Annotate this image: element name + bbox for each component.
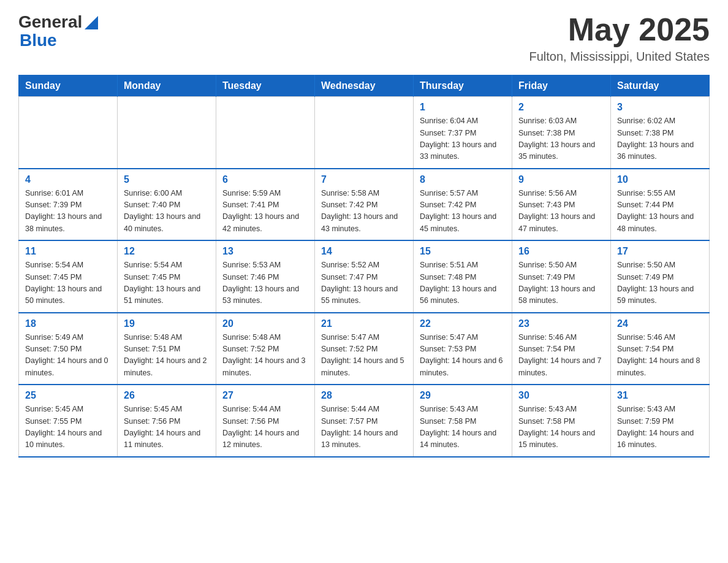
- calendar-cell: 24Sunrise: 5:46 AM Sunset: 7:54 PM Dayli…: [611, 313, 710, 385]
- weekday-header-monday: Monday: [118, 75, 216, 97]
- day-info: Sunrise: 5:44 AM Sunset: 7:56 PM Dayligh…: [222, 404, 308, 451]
- logo-general-text: General: [18, 12, 82, 32]
- weekday-header-saturday: Saturday: [611, 75, 710, 97]
- calendar-cell: 10Sunrise: 5:55 AM Sunset: 7:44 PM Dayli…: [611, 169, 710, 241]
- calendar-week-row: 25Sunrise: 5:45 AM Sunset: 7:55 PM Dayli…: [19, 385, 710, 457]
- day-number: 10: [617, 174, 703, 185]
- day-info: Sunrise: 5:47 AM Sunset: 7:52 PM Dayligh…: [321, 332, 407, 380]
- day-info: Sunrise: 5:50 AM Sunset: 7:49 PM Dayligh…: [518, 259, 604, 307]
- day-info: Sunrise: 6:02 AM Sunset: 7:38 PM Dayligh…: [617, 115, 703, 163]
- calendar-cell: 19Sunrise: 5:48 AM Sunset: 7:51 PM Dayli…: [118, 313, 216, 385]
- day-number: 17: [617, 246, 703, 257]
- logo: General Blue: [18, 12, 98, 49]
- day-info: Sunrise: 5:45 AM Sunset: 7:56 PM Dayligh…: [124, 404, 210, 451]
- day-number: 27: [222, 390, 308, 401]
- calendar-cell: 12Sunrise: 5:54 AM Sunset: 7:45 PM Dayli…: [118, 240, 216, 313]
- calendar-cell: 9Sunrise: 5:56 AM Sunset: 7:43 PM Daylig…: [512, 169, 611, 241]
- calendar-cell: 27Sunrise: 5:44 AM Sunset: 7:56 PM Dayli…: [216, 385, 315, 457]
- weekday-header-thursday: Thursday: [414, 75, 512, 97]
- calendar-cell: 11Sunrise: 5:54 AM Sunset: 7:45 PM Dayli…: [19, 240, 118, 313]
- day-number: 29: [420, 390, 506, 401]
- calendar-cell: 5Sunrise: 6:00 AM Sunset: 7:40 PM Daylig…: [118, 169, 216, 241]
- day-info: Sunrise: 5:53 AM Sunset: 7:46 PM Dayligh…: [222, 259, 308, 307]
- day-info: Sunrise: 5:45 AM Sunset: 7:55 PM Dayligh…: [25, 404, 111, 451]
- calendar-week-row: 1Sunrise: 6:04 AM Sunset: 7:37 PM Daylig…: [19, 97, 710, 169]
- calendar-cell: 2Sunrise: 6:03 AM Sunset: 7:38 PM Daylig…: [512, 97, 611, 169]
- day-info: Sunrise: 5:50 AM Sunset: 7:49 PM Dayligh…: [617, 259, 703, 307]
- logo-blue-text: Blue: [20, 32, 57, 49]
- day-number: 1: [420, 102, 506, 113]
- day-info: Sunrise: 5:43 AM Sunset: 7:58 PM Dayligh…: [420, 404, 506, 451]
- day-info: Sunrise: 6:04 AM Sunset: 7:37 PM Dayligh…: [420, 115, 506, 163]
- day-number: 20: [222, 318, 308, 329]
- calendar-cell: 28Sunrise: 5:44 AM Sunset: 7:57 PM Dayli…: [315, 385, 414, 457]
- day-info: Sunrise: 5:59 AM Sunset: 7:41 PM Dayligh…: [222, 188, 308, 236]
- day-info: Sunrise: 5:46 AM Sunset: 7:54 PM Dayligh…: [617, 332, 703, 380]
- calendar-cell: 8Sunrise: 5:57 AM Sunset: 7:42 PM Daylig…: [414, 169, 512, 241]
- calendar-cell: 26Sunrise: 5:45 AM Sunset: 7:56 PM Dayli…: [118, 385, 216, 457]
- day-number: 19: [124, 318, 210, 329]
- day-number: 24: [617, 318, 703, 329]
- day-info: Sunrise: 6:01 AM Sunset: 7:39 PM Dayligh…: [25, 188, 111, 236]
- header-right: May 2025 Fulton, Mississippi, United Sta…: [529, 12, 710, 64]
- calendar-cell: 7Sunrise: 5:58 AM Sunset: 7:42 PM Daylig…: [315, 169, 414, 241]
- weekday-header-sunday: Sunday: [19, 75, 118, 97]
- day-info: Sunrise: 5:44 AM Sunset: 7:57 PM Dayligh…: [321, 404, 407, 451]
- day-number: 15: [420, 246, 506, 257]
- logo-triangle-icon: [85, 16, 98, 29]
- calendar-cell: 29Sunrise: 5:43 AM Sunset: 7:58 PM Dayli…: [414, 385, 512, 457]
- calendar-cell: 30Sunrise: 5:43 AM Sunset: 7:58 PM Dayli…: [512, 385, 611, 457]
- calendar-cell: [19, 97, 118, 169]
- day-number: 22: [420, 318, 506, 329]
- calendar-cell: 13Sunrise: 5:53 AM Sunset: 7:46 PM Dayli…: [216, 240, 315, 313]
- svg-marker-0: [85, 16, 98, 29]
- day-info: Sunrise: 5:46 AM Sunset: 7:54 PM Dayligh…: [518, 332, 604, 380]
- calendar-week-row: 11Sunrise: 5:54 AM Sunset: 7:45 PM Dayli…: [19, 240, 710, 313]
- day-number: 16: [518, 246, 604, 257]
- day-number: 26: [124, 390, 210, 401]
- day-number: 7: [321, 174, 407, 185]
- day-info: Sunrise: 5:51 AM Sunset: 7:48 PM Dayligh…: [420, 259, 506, 307]
- calendar-header-row: SundayMondayTuesdayWednesdayThursdayFrid…: [19, 75, 710, 97]
- month-title: May 2025: [529, 12, 710, 47]
- day-number: 4: [25, 174, 111, 185]
- day-info: Sunrise: 5:49 AM Sunset: 7:50 PM Dayligh…: [25, 332, 111, 380]
- calendar-cell: 6Sunrise: 5:59 AM Sunset: 7:41 PM Daylig…: [216, 169, 315, 241]
- calendar-cell: [118, 97, 216, 169]
- day-info: Sunrise: 5:55 AM Sunset: 7:44 PM Dayligh…: [617, 188, 703, 236]
- day-number: 8: [420, 174, 506, 185]
- day-number: 14: [321, 246, 407, 257]
- day-number: 11: [25, 246, 111, 257]
- day-number: 13: [222, 246, 308, 257]
- day-info: Sunrise: 5:43 AM Sunset: 7:58 PM Dayligh…: [518, 404, 604, 451]
- weekday-header-wednesday: Wednesday: [315, 75, 414, 97]
- page-header: General Blue May 2025 Fulton, Mississipp…: [18, 12, 710, 64]
- day-number: 31: [617, 390, 703, 401]
- day-number: 30: [518, 390, 604, 401]
- calendar-cell: 3Sunrise: 6:02 AM Sunset: 7:38 PM Daylig…: [611, 97, 710, 169]
- location-text: Fulton, Mississippi, United States: [529, 50, 710, 64]
- calendar-cell: 22Sunrise: 5:47 AM Sunset: 7:53 PM Dayli…: [414, 313, 512, 385]
- day-number: 9: [518, 174, 604, 185]
- calendar-cell: 20Sunrise: 5:48 AM Sunset: 7:52 PM Dayli…: [216, 313, 315, 385]
- calendar-cell: 25Sunrise: 5:45 AM Sunset: 7:55 PM Dayli…: [19, 385, 118, 457]
- calendar-cell: 16Sunrise: 5:50 AM Sunset: 7:49 PM Dayli…: [512, 240, 611, 313]
- day-info: Sunrise: 5:57 AM Sunset: 7:42 PM Dayligh…: [420, 188, 506, 236]
- day-info: Sunrise: 5:48 AM Sunset: 7:52 PM Dayligh…: [222, 332, 308, 380]
- day-info: Sunrise: 5:47 AM Sunset: 7:53 PM Dayligh…: [420, 332, 506, 380]
- day-number: 12: [124, 246, 210, 257]
- calendar-cell: 21Sunrise: 5:47 AM Sunset: 7:52 PM Dayli…: [315, 313, 414, 385]
- day-info: Sunrise: 5:58 AM Sunset: 7:42 PM Dayligh…: [321, 188, 407, 236]
- day-number: 18: [25, 318, 111, 329]
- calendar-cell: [216, 97, 315, 169]
- day-number: 23: [518, 318, 604, 329]
- day-info: Sunrise: 5:54 AM Sunset: 7:45 PM Dayligh…: [25, 259, 111, 307]
- calendar-cell: 1Sunrise: 6:04 AM Sunset: 7:37 PM Daylig…: [414, 97, 512, 169]
- calendar-cell: 31Sunrise: 5:43 AM Sunset: 7:59 PM Dayli…: [611, 385, 710, 457]
- day-number: 3: [617, 102, 703, 113]
- day-info: Sunrise: 5:48 AM Sunset: 7:51 PM Dayligh…: [124, 332, 210, 380]
- day-number: 21: [321, 318, 407, 329]
- day-number: 6: [222, 174, 308, 185]
- calendar-cell: 17Sunrise: 5:50 AM Sunset: 7:49 PM Dayli…: [611, 240, 710, 313]
- weekday-header-tuesday: Tuesday: [216, 75, 315, 97]
